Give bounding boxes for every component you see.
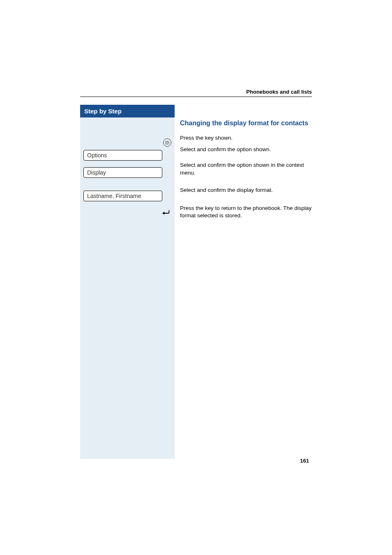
step-by-step-sidebar: Step by Step Options Display Lastname, F… — [80, 105, 175, 459]
back-key-icon — [161, 209, 171, 215]
main-content: Changing the display format for contacts… — [180, 105, 314, 220]
instruction-select-display: Select and confirm the option shown in t… — [180, 161, 314, 176]
sidebar-content: Options Display Lastname, Firstname — [80, 117, 175, 472]
instruction-select-format: Select and confirm the display format. — [180, 187, 314, 194]
instruction-select-options: Select and confirm the option shown. — [180, 146, 314, 153]
instruction-return: Press the key to return to the phonebook… — [180, 205, 314, 219]
section-heading: Changing the display format for contacts — [180, 120, 314, 127]
page-number: 161 — [300, 458, 309, 464]
sidebar-title: Step by Step — [80, 105, 175, 117]
options-menu-item: Options — [83, 150, 162, 161]
lastname-firstname-menu-item: Lastname, Firstname — [83, 191, 162, 201]
header-divider — [80, 97, 312, 97]
document-page: Phonebooks and call lists Step by Step O… — [0, 0, 392, 555]
display-menu-item: Display — [83, 167, 162, 178]
instruction-press-key: Press the key shown. — [180, 134, 314, 142]
phonebook-key-icon — [163, 138, 171, 147]
